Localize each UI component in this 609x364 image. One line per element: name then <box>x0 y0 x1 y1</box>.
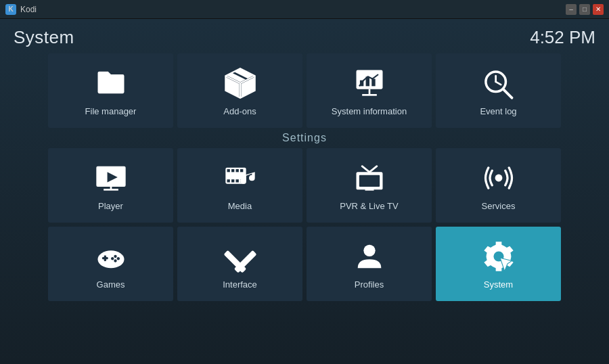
main-content: System 4:52 PM File manager <box>0 19 609 364</box>
settings-tiles-grid: Player <box>0 148 609 301</box>
tile-event-log[interactable]: Event log <box>436 53 561 128</box>
tile-system-label: System <box>484 279 513 290</box>
tile-interface-label: Interface <box>223 279 257 290</box>
tile-system[interactable]: System <box>436 227 561 301</box>
gear-cursor-icon <box>481 239 516 274</box>
settings-row-2: Games Interface <box>14 227 595 301</box>
window-controls[interactable]: – □ ✕ <box>566 4 604 15</box>
media-icon <box>223 160 258 196</box>
svg-rect-28 <box>231 179 234 182</box>
svg-point-42 <box>114 259 116 262</box>
app-icon: K <box>5 4 16 15</box>
minimize-button[interactable]: – <box>566 4 577 15</box>
top-tiles-row: File manager Add-ons <box>0 53 609 128</box>
play-screen-icon <box>93 160 129 196</box>
clock: 4:52 PM <box>530 27 595 48</box>
tile-event-log-label: Event log <box>480 106 516 116</box>
settings-section-label: Settings <box>0 132 609 144</box>
tile-profiles[interactable]: Profiles <box>307 227 432 301</box>
chart-presentation-icon <box>352 66 387 101</box>
tile-games-label: Games <box>97 279 125 290</box>
tile-system-information-label: System information <box>332 106 407 116</box>
svg-point-41 <box>116 257 119 260</box>
clock-search-icon <box>481 66 516 101</box>
tile-services[interactable]: Services <box>436 148 561 223</box>
svg-point-43 <box>111 257 114 260</box>
page-title: System <box>14 27 74 48</box>
maximize-button[interactable]: □ <box>579 4 590 15</box>
tile-add-ons[interactable]: Add-ons <box>177 53 302 128</box>
svg-point-37 <box>97 250 124 268</box>
tile-pvr-live-tv-label: PVR & Live TV <box>340 201 398 211</box>
svg-rect-39 <box>104 255 106 261</box>
tile-media[interactable]: Media <box>177 148 302 223</box>
tile-media-label: Media <box>228 201 252 211</box>
close-button[interactable]: ✕ <box>593 4 604 15</box>
person-icon <box>352 239 387 274</box>
tile-player-label: Player <box>98 201 123 211</box>
tile-player[interactable]: Player <box>48 148 173 223</box>
svg-line-16 <box>503 89 512 97</box>
svg-line-31 <box>362 166 369 172</box>
svg-point-36 <box>495 174 502 181</box>
svg-rect-23 <box>227 169 229 172</box>
svg-rect-11 <box>371 78 375 86</box>
tile-interface[interactable]: Interface <box>177 227 302 301</box>
settings-row-1: Player <box>14 148 595 223</box>
tile-profiles-label: Profiles <box>355 279 384 290</box>
tile-file-manager-label: File manager <box>85 106 137 116</box>
svg-point-46 <box>363 244 375 256</box>
podcast-icon <box>481 160 516 196</box>
svg-rect-25 <box>235 169 238 172</box>
folder-icon <box>93 66 129 101</box>
tile-services-label: Services <box>482 201 516 211</box>
svg-rect-24 <box>231 169 234 172</box>
svg-rect-26 <box>240 169 243 172</box>
tv-antenna-icon <box>352 160 387 196</box>
title-bar-left: K Kodi <box>5 4 37 15</box>
svg-rect-34 <box>359 175 379 186</box>
tile-system-information[interactable]: System information <box>307 53 432 128</box>
tile-add-ons-label: Add-ons <box>223 106 256 116</box>
box-icon <box>223 66 258 101</box>
gamepad-icon <box>93 239 129 274</box>
tile-pvr-live-tv[interactable]: PVR & Live TV <box>307 148 432 223</box>
tools-icon <box>223 239 258 274</box>
header: System 4:52 PM <box>0 19 609 53</box>
tile-file-manager[interactable]: File manager <box>48 53 173 128</box>
svg-rect-29 <box>235 179 238 182</box>
app-name: Kodi <box>20 5 37 14</box>
tile-games[interactable]: Games <box>48 227 173 301</box>
svg-line-32 <box>369 166 377 172</box>
svg-rect-27 <box>227 179 229 182</box>
title-bar: K Kodi – □ ✕ <box>0 0 609 19</box>
svg-point-40 <box>114 254 116 257</box>
